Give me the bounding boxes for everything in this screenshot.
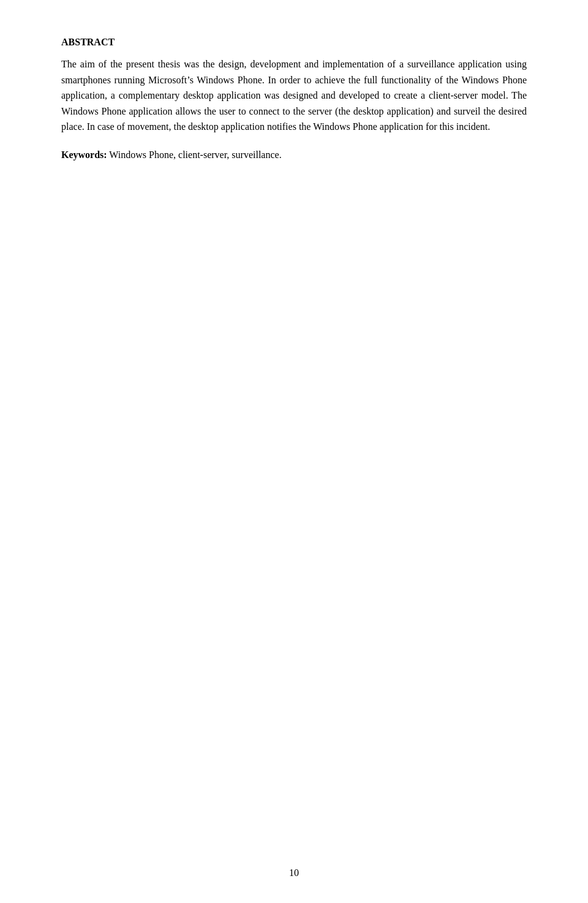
- abstract-paragraph: The aim of the present thesis was the de…: [61, 56, 527, 135]
- keywords-label: Keywords:: [61, 149, 107, 160]
- abstract-body: The aim of the present thesis was the de…: [61, 56, 527, 135]
- keywords-text: Windows Phone, client-server, surveillan…: [107, 149, 282, 160]
- abstract-heading: ABSTRACT: [61, 37, 527, 48]
- document-page: ABSTRACT The aim of the present thesis w…: [0, 0, 588, 903]
- keywords-section: Keywords: Windows Phone, client-server, …: [61, 147, 527, 163]
- page-number: 10: [289, 867, 299, 878]
